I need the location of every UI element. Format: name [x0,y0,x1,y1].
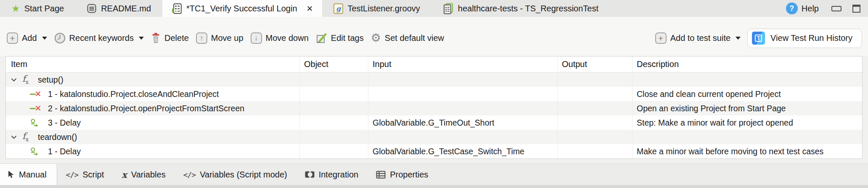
view-mode-tabbar: Manual </> Script x Variables </> Variab… [0,164,868,185]
window-bottom-edge [0,185,868,188]
maximize-icon[interactable] [852,5,860,13]
step-description [632,130,862,144]
step-input [368,130,558,144]
toolbar-right-group: + Add to test suite T View Test Run Hist… [655,29,862,48]
tab-healthcare-tests-regression[interactable]: healthcare-tests - TS_RegressionTest [431,0,610,17]
step-description: Step: Make a minor wait for project open… [632,115,862,130]
arrow-up-icon: ↑ [196,32,207,44]
test-case-icon [172,3,182,14]
table-row-step[interactable]: ✕ 1 - katalonstudio.Project.closeAndClea… [6,87,862,101]
testops-icon: T [752,32,765,45]
function-icon: fx [22,131,34,142]
add-button[interactable]: + Add [7,32,47,44]
table-row-step[interactable]: 1 - Delay GlobalVariable.G_TestCase_Swit… [6,144,862,158]
window-controls: ? Help [786,0,868,17]
tab-integration[interactable]: Integration [296,164,368,185]
code-icon: </> [66,170,79,179]
column-header-input[interactable]: Input [368,56,558,72]
step-input: GlobalVariable.G_TestCase_Switch_Time [368,144,558,158]
chevron-down-icon [736,37,741,40]
step-item-label: 2 - katalonstudio.Project.openProjectFro… [48,104,244,113]
tab-label: healthcare-tests - TS_RegressionTest [458,4,598,13]
tab-label: README.md [101,4,151,13]
help-button[interactable]: ? Help [786,3,819,14]
chevron-down-icon[interactable] [9,78,19,82]
help-icon: ? [786,3,798,14]
edit-pencil-icon [316,32,327,44]
tab-variables-script-mode[interactable]: </> Variables (Script mode) [175,164,296,185]
table-header-row: Item Object Input Output Description [6,56,862,73]
custom-keyword-icon: ✕ [30,105,44,112]
table-row-teardown[interactable]: fx teardown() [6,130,862,144]
tab-variables[interactable]: x Variables [113,164,174,185]
step-item-label: teardown() [38,132,77,142]
step-description: Make a minor wait before moving to next … [632,144,862,158]
step-item-label: 3 - Delay [48,118,81,128]
close-icon[interactable]: ✕ [307,5,313,13]
table-row-step[interactable]: ✕ 2 - katalonstudio.Project.openProjectF… [6,101,862,115]
function-icon: fx [22,74,34,85]
test-suite-icon [443,3,454,14]
builtin-keyword-icon [30,147,44,156]
clock-icon [54,32,66,44]
builtin-keyword-icon [30,118,44,127]
cursor-icon [7,170,15,179]
test-steps-table: Item Object Input Output Description fx … [5,56,863,159]
markdown-document-icon [87,3,97,13]
help-label: Help [802,4,819,13]
step-item-label: setup() [38,75,64,85]
step-description: Open an existing Project from Start Page [632,101,862,115]
trash-icon [151,32,161,44]
plus-icon: + [7,32,18,44]
set-default-view-button[interactable]: ⚙ Set default view [371,32,444,44]
column-header-output[interactable]: Output [558,56,632,72]
step-item-label: 1 - Delay [48,147,81,156]
step-object [300,130,368,144]
groovy-file-icon: g [333,3,343,14]
minimize-icon[interactable] [831,6,842,11]
tab-label: TestListener.groovy [347,4,420,13]
step-description [632,73,862,87]
step-output [558,115,632,130]
tab-start-page[interactable]: ★ Start Page [0,0,75,17]
step-item-label: 1 - katalonstudio.Project.closeAndCleanP… [48,89,219,99]
move-down-button[interactable]: ↓ Move down [251,32,309,44]
tab-manual[interactable]: Manual [0,164,57,185]
view-test-run-history-button[interactable]: T View Test Run History [747,29,862,48]
column-header-description[interactable]: Description [632,56,862,72]
column-header-item[interactable]: Item [6,56,300,72]
step-input [368,87,558,101]
plus-icon: + [655,32,667,44]
tab-testlistener-groovy[interactable]: g TestListener.groovy [322,0,431,17]
tab-properties[interactable]: Properties [367,164,437,185]
add-to-test-suite-button[interactable]: + Add to test suite [655,32,741,44]
integration-icon [305,170,315,179]
content-gap [0,159,868,164]
column-header-object[interactable]: Object [300,56,368,72]
test-case-toolbar: + Add Recent keywords Delete ↑ Move up ↓… [0,17,868,56]
table-row-step[interactable]: 3 - Delay GlobalVariable.G_TimeOut_Short… [6,115,862,130]
move-up-button[interactable]: ↑ Move up [196,32,243,44]
tab-tc1-verify-successful-login[interactable]: *TC1_Verify Successful Login ✕ [162,0,322,17]
delete-button[interactable]: Delete [151,32,189,44]
tab-label: *TC1_Verify Successful Login [186,4,297,13]
step-output [558,130,632,144]
tab-readme[interactable]: README.md [75,0,162,17]
step-object [300,115,368,130]
tab-script[interactable]: </> Script [57,164,113,185]
step-input [368,101,558,115]
star-icon: ★ [11,4,20,13]
step-output [558,144,632,158]
variable-x-icon: x [122,169,127,180]
step-input [368,73,558,87]
step-object [300,144,368,158]
recent-keywords-button[interactable]: Recent keywords [54,32,144,44]
step-description: Close and clean current opened Project [632,87,862,101]
code-icon: </> [183,170,196,179]
step-input: GlobalVariable.G_TimeOut_Short [368,115,558,130]
step-object [300,87,368,101]
edit-tags-button[interactable]: Edit tags [316,32,364,44]
chevron-down-icon[interactable] [9,135,19,139]
table-row-setup[interactable]: fx setup() [6,73,862,87]
arrow-down-icon: ↓ [251,32,262,44]
